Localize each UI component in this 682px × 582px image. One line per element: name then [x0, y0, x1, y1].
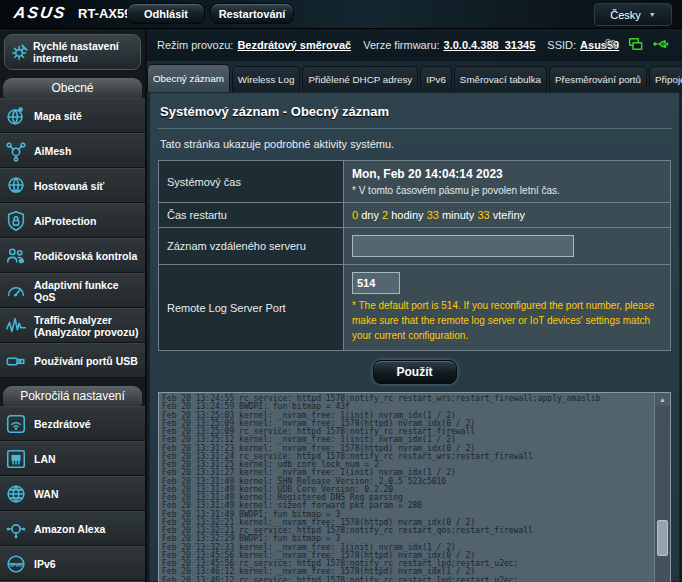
field-value — [344, 228, 670, 264]
guest-network-icon — [4, 175, 28, 197]
field-label: Čas restartu — [159, 203, 344, 227]
network-status-icon[interactable] — [627, 36, 643, 52]
field-row: Čas restartu0 dny 2 hodiny 33 minuty 33 … — [159, 203, 670, 228]
firmware-label: Verze firmwaru: — [363, 39, 439, 51]
tab-connections[interactable]: Připojení — [649, 66, 682, 92]
sidebar: Rychlé nastavení internetu ObecnéMapa sí… — [0, 28, 147, 582]
quick-internet-setup-button[interactable]: Rychlé nastavení internetu — [4, 34, 141, 70]
settings-table: Systémový časMon, Feb 20 14:04:14 2023* … — [158, 160, 671, 351]
globe-icon — [4, 483, 28, 505]
sidebar-item-label: Mapa sítě — [34, 110, 82, 122]
svg-text:IPv6: IPv6 — [10, 561, 23, 567]
sidebar-item-traffic-analyzer[interactable]: Traffic Analyzer (Analyzátor provozu) — [0, 308, 145, 343]
sidebar-item-wan[interactable]: WAN — [0, 476, 145, 511]
uptime-value: 0 dny 2 hodiny 33 minuty 33 vteřiny — [352, 207, 662, 223]
field-label: Záznam vzdáleného serveru — [159, 228, 344, 264]
field-value: * The default port is 514. If you reconf… — [344, 265, 670, 350]
sidebar-item-amazon-alexa[interactable]: Amazon Alexa — [0, 511, 145, 546]
main-panel: Systémový záznam - Obecný záznam Tato st… — [149, 92, 680, 582]
sidebar-item-label: AiMesh — [34, 145, 71, 157]
system-log-text: Feb 20 13:24:55 rc_service: httpd 1578:n… — [159, 393, 654, 582]
sidebar-item-label: WAN — [34, 488, 59, 500]
sidebar-item-label: Adaptivní funkce QoS — [34, 279, 141, 303]
remote-log-server-input[interactable] — [352, 235, 574, 257]
ssid-label: SSID: — [547, 39, 576, 51]
aimesh-icon — [4, 140, 28, 162]
parental-controls-icon — [4, 245, 28, 267]
reboot-button[interactable]: Restartování — [210, 3, 294, 24]
sidebar-section-header: Obecné — [3, 78, 142, 98]
field-label: Remote Log Server Port — [159, 265, 344, 350]
sidebar-item-label: Traffic Analyzer (Analyzátor provozu) — [34, 314, 141, 338]
tab-general-log[interactable]: Obecný záznam — [147, 64, 230, 92]
operation-mode-link[interactable]: Bezdrátový směrovač — [237, 39, 351, 51]
tab-routing-table[interactable]: Směrovací tabulka — [454, 66, 547, 92]
sidebar-item-guest-network[interactable]: Hostovaná síť — [0, 168, 145, 203]
vertical-scroll-thumb[interactable] — [657, 520, 668, 556]
sidebar-item-label: IPv6 — [34, 558, 56, 570]
clients-icon[interactable] — [602, 36, 618, 52]
dst-note: * V tomto časovém pásmu je povolen letní… — [352, 181, 662, 198]
network-map-icon — [4, 105, 28, 127]
sidebar-item-label: Hostovaná síť — [34, 180, 104, 192]
sidebar-item-label: Rodičovská kontrola — [34, 250, 137, 262]
field-value: 0 dny 2 hodiny 33 minuty 33 vteřiny — [344, 203, 670, 227]
alexa-icon — [4, 518, 28, 540]
apply-button[interactable]: Použít — [373, 360, 457, 384]
tab-port-forwarding[interactable]: Přesměrování portů — [549, 66, 647, 92]
quick-setup-gear-icon — [7, 41, 33, 63]
scroll-up-arrow-icon[interactable]: ▲ — [655, 393, 670, 406]
sidebar-item-wireless[interactable]: Bezdrátové — [0, 406, 145, 441]
language-select[interactable]: Česky ▼ — [594, 3, 672, 26]
tab-dhcp-leases[interactable]: Přidělené DHCP adresy — [302, 66, 418, 92]
logout-button[interactable]: Odhlásit — [127, 3, 205, 24]
lan-port-icon — [4, 448, 28, 470]
shield-lock-icon — [4, 210, 28, 232]
sidebar-item-label: AiProtection — [34, 215, 96, 227]
field-row: Remote Log Server Port* The default port… — [159, 265, 670, 350]
status-bar: Režim provozu: Bezdrátový směrovač Verze… — [147, 28, 682, 61]
field-value: Mon, Feb 20 14:04:14 2023* V tomto časov… — [344, 161, 670, 202]
sidebar-item-aimesh[interactable]: AiMesh — [0, 133, 145, 168]
operation-mode-label: Režim provozu: — [157, 39, 233, 51]
sidebar-item-parental-controls[interactable]: Rodičovská kontrola — [0, 238, 145, 273]
wifi-icon — [4, 413, 28, 435]
sidebar-section-header: Pokročilá nastavení — [3, 386, 142, 406]
tab-wireless-log[interactable]: Wireless Log — [232, 66, 301, 92]
sidebar-item-label: Používání portů USB — [34, 355, 138, 367]
system-log-textarea[interactable]: Feb 20 13:24:55 rc_service: httpd 1578:n… — [158, 392, 671, 582]
firmware-version-link[interactable]: 3.0.0.4.388_31345 — [444, 39, 536, 51]
quick-setup-label: Rychlé nastavení internetu — [33, 40, 138, 64]
language-value: Česky — [610, 9, 641, 21]
chevron-down-icon: ▼ — [649, 11, 656, 18]
field-row: Systémový časMon, Feb 20 14:04:14 2023* … — [159, 161, 670, 203]
tab-ipv6-log[interactable]: IPv6 — [420, 66, 452, 92]
qos-gauge-icon — [4, 280, 28, 302]
sidebar-item-usb-application[interactable]: Používání portů USB — [0, 343, 145, 378]
system-time-value: Mon, Feb 20 14:04:14 2023 — [352, 165, 662, 181]
sidebar-item-label: Bezdrátové — [34, 418, 91, 430]
port-note: * The default port is 514. If you reconf… — [352, 296, 662, 346]
sidebar-item-adaptive-qos[interactable]: Adaptivní funkce QoS — [0, 273, 145, 308]
remote-log-port-input[interactable] — [352, 272, 400, 294]
sidebar-item-lan[interactable]: LAN — [0, 441, 145, 476]
sidebar-item-ipv6[interactable]: IPv6IPv6 — [0, 546, 145, 581]
sidebar-item-label: LAN — [34, 453, 56, 465]
sidebar-item-aiprotection[interactable]: AiProtection — [0, 203, 145, 238]
usb-status-icon[interactable] — [652, 36, 670, 52]
vertical-scrollbar[interactable]: ▲ ▼ — [654, 393, 670, 582]
sidebar-item-label: Amazon Alexa — [34, 523, 105, 535]
sidebar-item-network-map[interactable]: Mapa sítě — [0, 98, 145, 133]
log-tabs: Obecný záznamWireless LogPřidělené DHCP … — [147, 61, 682, 92]
page-description: Tato stránka ukazuje podrobné aktivity s… — [157, 129, 672, 160]
field-row: Záznam vzdáleného serveru — [159, 228, 670, 265]
ipv6-globe-icon: IPv6 — [4, 553, 28, 575]
page-title: Systémový záznam - Obecný záznam — [157, 93, 672, 129]
usb-icon — [4, 350, 28, 372]
traffic-wave-icon — [4, 315, 28, 337]
top-banner: ASUS RT-AX59U Odhlásit Restartování Česk… — [0, 0, 682, 29]
field-label: Systémový čas — [159, 161, 344, 202]
asus-logo: ASUS — [13, 4, 68, 22]
